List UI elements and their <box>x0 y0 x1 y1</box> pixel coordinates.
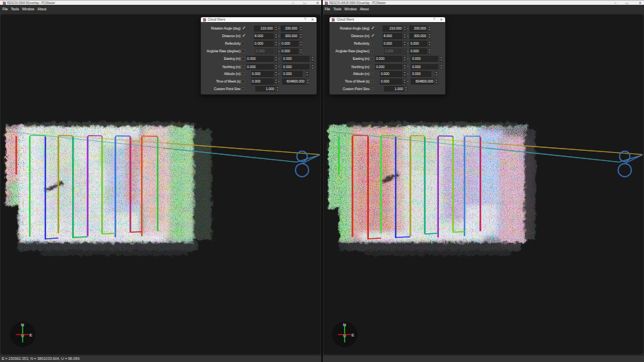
svg-text:E: E <box>352 332 354 337</box>
svg-text:U: U <box>21 334 24 338</box>
svg-text:E: E <box>30 332 32 337</box>
svg-text:N: N <box>21 322 24 327</box>
svg-text:U: U <box>343 334 346 338</box>
svg-text:N: N <box>343 322 347 327</box>
